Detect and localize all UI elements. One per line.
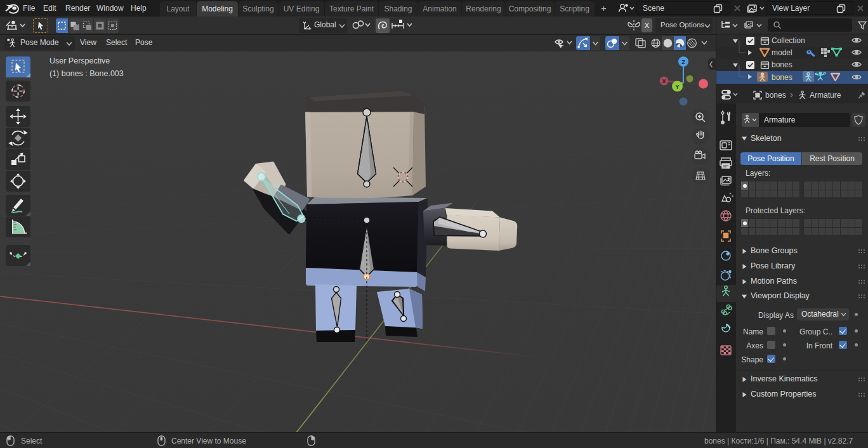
svg-text:Y: Y xyxy=(675,84,679,90)
svg-text:X: X xyxy=(662,78,666,84)
svg-text:Z: Z xyxy=(681,59,685,65)
